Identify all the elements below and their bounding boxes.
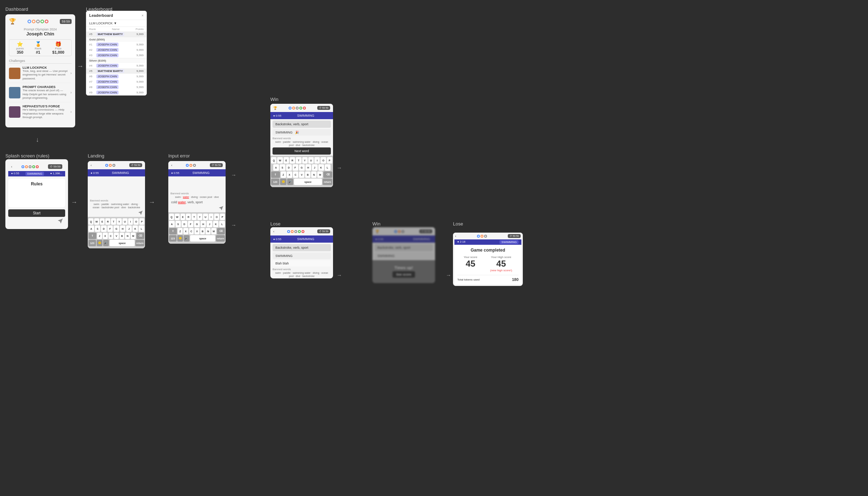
gc-high-score-label: Your High score [490, 256, 512, 259]
splash-phone-header: ‹ ⏱ 59:59 [8, 162, 65, 171]
lb-close-button[interactable]: × [141, 14, 144, 18]
keyboard-row-1: QW ER TY UI OP [88, 218, 144, 225]
landing-back-icon[interactable]: ‹ [91, 164, 92, 167]
challenge-1-arrow[interactable]: › [71, 71, 72, 75]
gc-rings [477, 235, 487, 238]
prize-label: Prize [52, 47, 64, 50]
win-card: 🏆 ⏱ 59:59 ● 0:55 SWIMMING Backstroke, ve… [270, 104, 333, 187]
gc-high-score: Your High score 45 (new high score!) [490, 256, 512, 272]
stat-points: ⭐ points 350 [16, 41, 24, 54]
landing-banned-words: swim · paddle · swimming water · diving … [90, 203, 143, 209]
wr-header: 🏆 ⏱ 59:59 [372, 227, 435, 235]
win-keyboard: QW ER TY UI OP AS DF GH JK L ⇧ ZX CV BN … [270, 156, 333, 187]
gc-back-icon[interactable]: ‹ [455, 234, 456, 238]
lose-back-icon[interactable]: ‹ [273, 230, 274, 233]
gc-tokens-value: 180 [512, 277, 519, 282]
splash-back-icon[interactable]: ‹ [11, 165, 12, 169]
gc-timer: ⏱ 59:59 [508, 234, 521, 238]
rules-panel: Rules [8, 179, 65, 207]
lose-header: ‹ ⏱ 59:59 [270, 227, 333, 235]
dashboard-username: Joseph Chin [9, 31, 72, 37]
arrow-error-to-win: → [231, 172, 236, 178]
landing-banned-title: Banned words [90, 199, 143, 202]
next-word-button[interactable]: Next word [273, 147, 331, 155]
error-send-icon[interactable] [168, 205, 226, 212]
error-empty [168, 176, 226, 191]
game-completed-card: ‹ ⏱ 59:59 ● 2:18 SWIMMING Game completed… [453, 233, 523, 286]
win-result-card: 🏆 ⏱ 59:59 ● 0:55 SWIMMING Backstroke, ve… [372, 227, 435, 283]
challenge-2-arrow[interactable]: › [71, 91, 72, 94]
wr-clue: Backstroke, verb, sport [375, 244, 433, 251]
dashboard-header: 🏆 59:59 [9, 18, 72, 25]
lb-top-row: #5 MATTHEW BARTY 9,999 [86, 31, 146, 37]
win-word-badge: SWIMMING [295, 113, 317, 118]
challenge-2[interactable]: PROMPT CHARADES The oracle knows all (so… [9, 85, 72, 102]
dashboard-timer: 59:59 [60, 19, 72, 24]
splash-label: Splash screen (rules) [5, 153, 49, 159]
lb-silver-5: #8 JOSEPH CHIN 9,999 [86, 84, 146, 90]
win-result-inner: 🏆 ⏱ 59:59 ● 0:55 SWIMMING Backstroke, ve… [372, 227, 435, 283]
lb-gold-3: #3 JOSEPH CHIN 9,999 [86, 53, 146, 58]
error-banned: Banned words swim · water · diving · oce… [170, 192, 223, 198]
lb-title: Leaderboard [89, 13, 113, 18]
keyboard-row-4: 123 🙂 🎤 space return [88, 240, 144, 246]
challenge-2-desc: The oracle knows all (sort of) — Help De… [23, 89, 68, 100]
win-timer: ⏱ 59:59 [317, 106, 330, 110]
gc-word-badge: SWIMMING [500, 240, 519, 244]
lb-silver-4: #7 JOSEPH CHIN 9,999 [86, 79, 146, 84]
challenge-1-desc: Trick, beg, and steal — Use prompt engin… [23, 69, 68, 81]
challenge-3[interactable]: HEPHAESTUS'S FORGE He's taking commissio… [9, 104, 72, 121]
lb-silver-header: Silver ($100) [86, 58, 146, 63]
win-trophy-icon: 🏆 [273, 106, 277, 110]
challenge-1-thumb [9, 68, 20, 79]
trophy-icon: 🏆 [9, 18, 16, 25]
rules-title: Rules [11, 181, 62, 186]
error-timer: ⏱ 59:59 [210, 163, 223, 167]
challenge-1[interactable]: LLM LOCKPICK Trick, beg, and steal — Use… [9, 66, 72, 83]
input-error-card: ‹ ⏱ 59:59 ● 0:55 SWIMMING Banned words s… [168, 161, 226, 244]
win-answer: SWIMMING 🎉 [273, 129, 331, 136]
lb-top-points: 9,999 [136, 33, 144, 36]
stat-prize: 🎁 Prize $1,000 [52, 41, 64, 54]
gc-new-high-text: (new high score!) [490, 269, 512, 272]
lose-clue: Backstroke, verb, sport [273, 244, 331, 251]
error-banned-title: Banned words [170, 192, 223, 195]
svg-marker-1 [58, 219, 62, 223]
rank-icon: 🏅 [35, 41, 42, 47]
wr-trophy: 🏆 [375, 230, 379, 233]
rank-value: #1 [35, 50, 42, 54]
landing-card: ‹ ⏱ 59:59 ● 0:55 SWIMMING Banned words s… [88, 161, 145, 248]
ring-orange [32, 20, 35, 23]
wr-timer: ⏱ 59:59 [419, 229, 432, 233]
error-word: SWIMMING [190, 170, 212, 175]
splash-send-icon[interactable] [8, 217, 65, 226]
gc-status: ● 2:18 SWIMMING [454, 239, 521, 245]
landing-banned: Banned words swim · paddle · swimming wa… [90, 199, 143, 209]
arrow-landing-to-error: → [149, 199, 155, 206]
lb-col-points: Points [136, 28, 144, 31]
splash-word-badge: SWIMMING [25, 172, 44, 176]
gc-tokens-label: Total tokens used [457, 278, 479, 281]
landing-send-icon[interactable] [88, 210, 145, 217]
gc-tokens-row: Total tokens used 180 [457, 275, 519, 282]
gc-your-score-val: 45 [464, 259, 477, 269]
times-up-overlay: Times up! See score [372, 260, 435, 283]
rank-label: Rank [35, 47, 42, 50]
gc-phone-header: ‹ ⏱ 59:59 [453, 233, 523, 239]
see-score-button[interactable]: See score [392, 271, 415, 278]
lose-user-answer: Blah blah [273, 260, 331, 267]
error-back-icon[interactable]: ‹ [171, 164, 172, 167]
dashboard-card: 🏆 59:59 Prompt Olympian 2024 Joseph Chin… [5, 14, 75, 127]
landing-label: Landing [88, 153, 104, 159]
challenge-3-arrow[interactable]: › [71, 110, 72, 114]
lose-rings [287, 230, 304, 233]
arrow-dash-to-splash: ↓ [36, 136, 39, 144]
start-button[interactable]: Start [8, 209, 65, 217]
arrow-result-to-gc: → [446, 272, 451, 278]
lb-filter[interactable]: LLM LOCKPICK ▼ [86, 20, 146, 27]
wr-rings [394, 230, 404, 233]
landing-word: SWIMMING [110, 170, 131, 175]
gc-title: Game completed [457, 248, 519, 253]
ring-red [45, 20, 48, 23]
svg-marker-3 [138, 211, 143, 215]
